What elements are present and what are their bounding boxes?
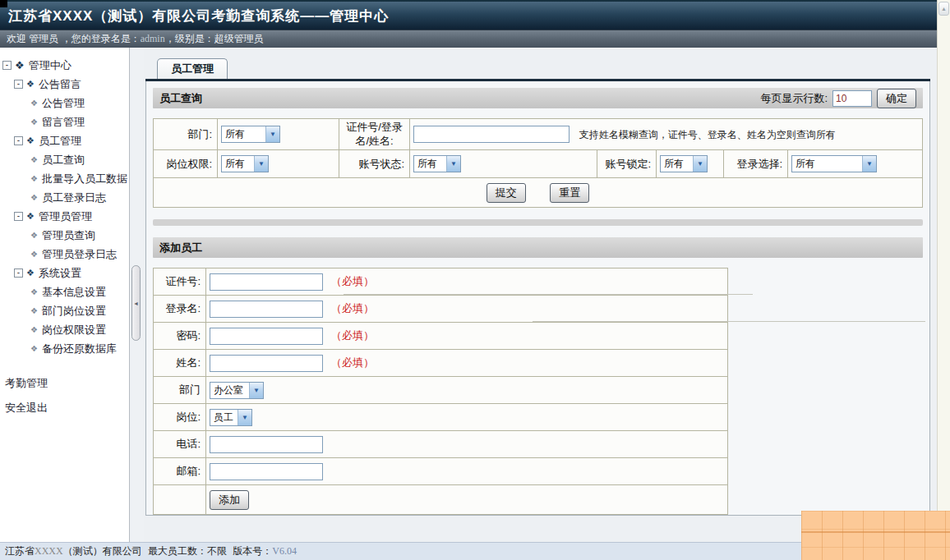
reset-button[interactable]: 重置 [550,183,589,203]
sidebar-item-label: 公告留言 [39,77,81,92]
chevron-down-icon: ▼ [254,156,268,172]
tree-node-icon: ❖ [30,231,38,240]
footer-company-suffix: （测试）有限公司 [63,545,142,557]
tree-node-icon: ❖ [30,325,38,334]
account-status-select[interactable]: 所有 ▼ [413,155,461,172]
corner-decoration [0,0,7,7]
sidebar-tree: -❖管理中心-❖公告留言❖公告管理❖留言管理-❖员工管理❖员工查询❖批量导入员工… [0,56,129,358]
sidebar-item-label: 备份还原数据库 [42,342,117,356]
dept-select[interactable]: 办公室 ▼ [210,382,264,399]
post-select[interactable]: 员工 ▼ [210,409,252,426]
password-label: 密码: [154,323,206,350]
sidebar-item[interactable]: ❖岗位权限设置 [0,320,129,339]
tree-collapse-icon[interactable]: - [14,212,23,221]
sidebar-item[interactable]: -❖系统设置 [0,264,129,282]
sidebar-item[interactable]: -❖管理中心 [0,56,129,75]
user-role: 超级管理员 [214,33,264,44]
sidebar-item[interactable]: ❖管理员查询 [0,226,129,245]
employee-panel: 员工查询 每页显示行数: 确定 部门: 所有 ▼ [145,81,930,516]
query-form-table: 部门: 所有 ▼ 证件号/登录名/姓名: 支持姓名模糊查询，证件号、登录名、姓名… [153,118,923,208]
phone-input[interactable] [210,436,323,453]
required-note: （必填） [331,356,374,369]
border-artifact [344,294,753,295]
sidebar-item[interactable]: ❖管理员登录日志 [0,245,129,264]
sidebar-item[interactable]: ❖批量导入员工数据 [0,169,129,188]
tree-node-icon: ❖ [15,59,25,71]
sidebar-item-label: 管理中心 [29,58,71,73]
sidebar-item[interactable]: ❖基本信息设置 [0,282,129,301]
add-section-bar: 添加员工 [153,237,923,258]
sidebar-link-attendance[interactable]: 考勤管理 [5,371,129,396]
chevron-down-icon: ▼ [862,156,876,172]
sidebar-item-label: 员工查询 [42,153,85,168]
post-rights-label: 岗位权限: [154,150,218,178]
chevron-down-icon: ▼ [265,126,279,142]
dept-filter-select[interactable]: 所有 ▼ [221,126,280,143]
submit-button[interactable]: 提交 [487,183,526,203]
name-input[interactable] [210,355,323,372]
sidebar-collapse-handle[interactable]: ◄ [131,265,141,341]
account-lock-select[interactable]: 所有 ▼ [660,155,708,172]
overlapping-spreadsheet-corner [801,511,950,560]
sidebar-item[interactable]: ❖部门岗位设置 [0,301,129,320]
sidebar-item[interactable]: -❖公告留言 [0,75,129,94]
tree-node-icon: ❖ [26,211,35,222]
query-section-title: 员工查询 [159,91,760,106]
sidebar-item[interactable]: ❖备份还原数据库 [0,339,129,358]
tree-collapse-icon[interactable]: - [14,80,23,89]
post-rights-select[interactable]: 所有 ▼ [221,155,269,172]
tree-node-icon: ❖ [30,287,38,296]
scroll-up-button[interactable]: ▲ [938,2,949,16]
tree-collapse-icon[interactable]: - [14,269,23,278]
sidebar: -❖管理中心-❖公告留言❖公告管理❖留言管理-❖员工管理❖员工查询❖批量导入员工… [0,48,130,542]
id-number-input[interactable] [210,273,323,291]
sidebar-gutter: ◄ [130,48,144,542]
sidebar-item-label: 公告管理 [42,96,85,111]
tree-node-icon: ❖ [30,155,38,164]
page-size-label: 每页显示行数: [760,91,828,106]
tree-node-icon: ❖ [26,268,35,278]
sidebar-item-label: 岗位权限设置 [42,323,106,337]
chevron-down-icon: ▼ [446,156,460,172]
app-title: 江苏省XXXX（测试）有限公司考勤查询系统——管理中心 [8,7,389,25]
confirm-button[interactable]: 确定 [877,89,916,108]
tab-employee-management[interactable]: 员工管理 [157,58,228,79]
main-content: 员工管理 员工查询 每页显示行数: 确定 部门: [144,48,937,542]
login-choice-label: 登录选择: [724,150,788,178]
sidebar-item[interactable]: -❖员工管理 [0,131,129,150]
border-artifact [533,321,925,322]
keyword-input[interactable] [413,126,570,143]
footer-company-prefix: 江苏省 [5,545,35,557]
chevron-down-icon: ▼ [238,410,251,425]
tree-node-icon: ❖ [30,306,38,315]
login-name-input[interactable] [210,301,323,318]
sidebar-item[interactable]: ❖员工登录日志 [0,188,129,207]
add-employee-table: 证件号: （必填） 登录名: （必填） 密码: （必填） 姓名: （必填） 部门 [153,268,728,515]
required-note: （必填） [331,302,374,314]
tree-collapse-icon[interactable]: - [14,136,23,145]
login-choice-select[interactable]: 所有 ▼ [791,155,877,172]
add-button[interactable]: 添加 [210,490,249,510]
sidebar-item-label: 批量导入员工数据 [42,172,127,186]
add-section-title: 添加员工 [159,241,916,255]
sidebar-item[interactable]: ❖员工查询 [0,150,129,169]
page-scrollbar[interactable]: ▲ [937,0,950,542]
tree-collapse-icon[interactable]: - [2,61,12,70]
footer-max-staff: 最大员工数：不限 [148,545,227,557]
sidebar-item[interactable]: -❖管理员管理 [0,207,129,226]
sidebar-item[interactable]: ❖留言管理 [0,112,129,131]
account-lock-label: 账号锁定: [597,150,657,178]
page-size-input[interactable] [832,90,872,107]
tree-node-icon: ❖ [30,344,38,353]
sidebar-item-label: 管理员管理 [39,209,92,224]
email-input[interactable] [210,463,323,480]
sidebar-item[interactable]: ❖公告管理 [0,94,129,112]
welcome-bar: 欢迎 管理员 ，您的登录名是：admin，级别是：超级管理员 [0,30,937,48]
phone-label: 电话: [154,431,206,458]
empty-cell [154,485,206,515]
tab-strip: 员工管理 [145,54,930,79]
password-input[interactable] [210,328,323,345]
sidebar-link-logout[interactable]: 安全退出 [5,396,129,420]
sidebar-item-label: 员工管理 [39,134,81,149]
tree-node-icon: ❖ [30,174,38,183]
